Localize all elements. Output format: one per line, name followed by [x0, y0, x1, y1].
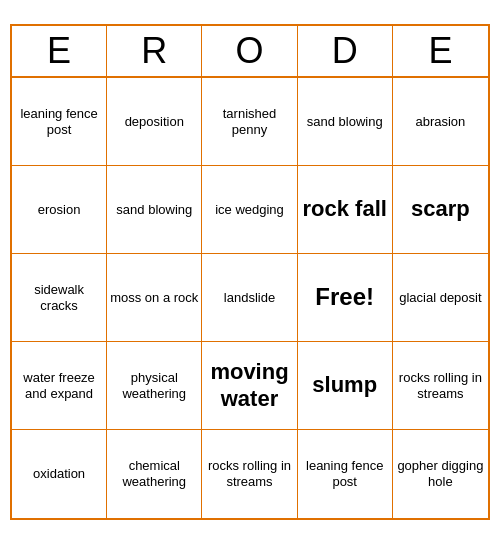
bingo-cell-23: leaning fence post [298, 430, 393, 518]
header-letter-d-3: D [298, 26, 393, 76]
bingo-cell-9: scarp [393, 166, 488, 254]
header-letter-o-2: O [202, 26, 297, 76]
bingo-cell-8: rock fall [298, 166, 393, 254]
bingo-cell-1: deposition [107, 78, 202, 166]
bingo-cell-13: Free! [298, 254, 393, 342]
bingo-cell-24: gopher digging hole [393, 430, 488, 518]
bingo-card: ERODE leaning fence postdepositiontarnis… [10, 24, 490, 520]
bingo-header: ERODE [12, 26, 488, 78]
header-letter-e-4: E [393, 26, 488, 76]
bingo-cell-4: abrasion [393, 78, 488, 166]
bingo-cell-6: sand blowing [107, 166, 202, 254]
bingo-cell-5: erosion [12, 166, 107, 254]
header-letter-r-1: R [107, 26, 202, 76]
bingo-cell-20: oxidation [12, 430, 107, 518]
bingo-cell-18: slump [298, 342, 393, 430]
bingo-cell-7: ice wedging [202, 166, 297, 254]
bingo-cell-12: landslide [202, 254, 297, 342]
bingo-cell-10: sidewalk cracks [12, 254, 107, 342]
bingo-cell-11: moss on a rock [107, 254, 202, 342]
bingo-cell-15: water freeze and expand [12, 342, 107, 430]
bingo-grid: leaning fence postdepositiontarnished pe… [12, 78, 488, 518]
bingo-cell-17: moving water [202, 342, 297, 430]
bingo-cell-2: tarnished penny [202, 78, 297, 166]
bingo-cell-16: physical weathering [107, 342, 202, 430]
bingo-cell-21: chemical weathering [107, 430, 202, 518]
bingo-cell-14: glacial deposit [393, 254, 488, 342]
bingo-cell-19: rocks rolling in streams [393, 342, 488, 430]
bingo-cell-3: sand blowing [298, 78, 393, 166]
header-letter-e-0: E [12, 26, 107, 76]
bingo-cell-0: leaning fence post [12, 78, 107, 166]
bingo-cell-22: rocks rolling in streams [202, 430, 297, 518]
